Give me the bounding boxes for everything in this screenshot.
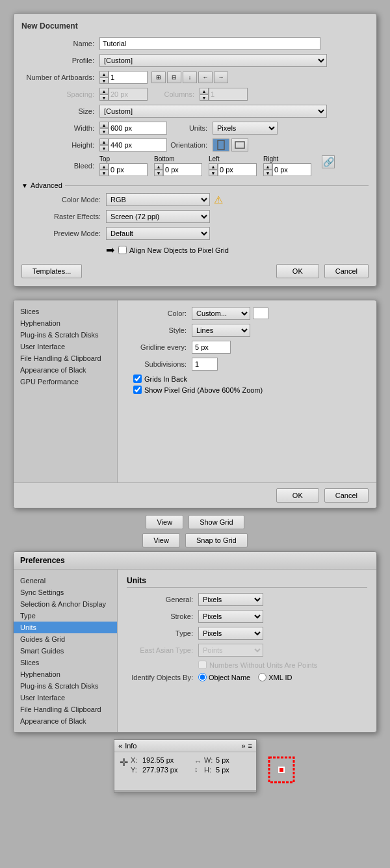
height-up-btn[interactable]: ▲ (99, 138, 109, 145)
type-units-select[interactable]: Pixels (198, 627, 263, 640)
no-units-checkbox[interactable] (198, 661, 207, 669)
columns-input[interactable] (209, 88, 248, 101)
sidebar-item-appearance[interactable]: Appearance of Black (14, 364, 117, 376)
grid-style-select[interactable]: Lines (192, 324, 250, 337)
portrait-btn[interactable] (213, 138, 229, 151)
chevron-right-icon[interactable]: » (241, 742, 245, 750)
bleed-bottom-input[interactable] (163, 163, 202, 176)
pref-sidebar-smart-guides[interactable]: Smart Guides (14, 645, 117, 657)
grid-pref-footer: OK Cancel (14, 482, 376, 508)
sidebar-item-file-handling[interactable]: File Handling & Clipboard (14, 352, 117, 364)
columns-up-btn[interactable]: ▲ (200, 88, 209, 94)
align-checkbox[interactable] (118, 246, 127, 254)
height-down-btn[interactable]: ▼ (99, 145, 109, 151)
units-select[interactable]: Pixels (213, 122, 278, 135)
ok-button[interactable]: OK (276, 264, 319, 278)
templates-button[interactable]: Templates... (21, 264, 82, 278)
grid-color-swatch[interactable] (253, 308, 268, 319)
svg-rect-4 (280, 768, 283, 772)
pref-sidebar-plugins2[interactable]: Plug-ins & Scratch Disks (14, 680, 117, 692)
spacing-up-btn[interactable]: ▲ (99, 88, 109, 94)
sidebar-item-ui[interactable]: User Interface (14, 341, 117, 352)
grids-in-back-checkbox[interactable] (133, 375, 142, 383)
artboard-left-icon[interactable]: ← (198, 72, 213, 83)
artboards-up-btn[interactable]: ▲ (99, 71, 109, 77)
xml-id-option[interactable]: XML ID (258, 673, 292, 681)
east-asian-select[interactable]: Points (198, 644, 263, 657)
pref-sidebar-appearance2[interactable]: Appearance of Black (14, 715, 117, 727)
width-up-btn[interactable]: ▲ (99, 122, 109, 128)
artboards-input[interactable] (109, 71, 148, 84)
sidebar-item-plugins[interactable]: Plug-ins & Scratch Disks (14, 329, 117, 341)
bleed-link-icon[interactable]: 🔗 (322, 155, 335, 168)
spacing-down-btn[interactable]: ▼ (99, 94, 109, 101)
columns-down-btn[interactable]: ▼ (200, 94, 209, 101)
preview-mode-select[interactable]: Default (106, 227, 210, 240)
pref-sidebar-general[interactable]: General (14, 575, 117, 586)
chevron-left-icon[interactable]: « (118, 742, 122, 750)
name-input[interactable] (99, 37, 320, 50)
stroke-units-select[interactable]: Pixels (198, 610, 263, 623)
bleed-right-input[interactable] (272, 163, 311, 176)
info-menu-icon[interactable]: ≡ (248, 742, 252, 750)
profile-select[interactable]: [Custom] (99, 54, 327, 67)
color-mode-row: Color Mode: RGB ⚠ (21, 193, 369, 206)
object-name-radio[interactable] (198, 673, 207, 681)
advanced-triangle[interactable]: ▼ (21, 182, 28, 189)
cancel-button[interactable]: Cancel (324, 264, 369, 278)
x-row: X: 192.55 px (131, 756, 188, 764)
height-input[interactable] (109, 138, 167, 151)
width-down-btn[interactable]: ▼ (99, 128, 109, 135)
width-input[interactable] (109, 122, 167, 135)
bleed-top-down[interactable]: ▼ (99, 170, 109, 176)
raster-effects-select[interactable]: Screen (72 ppi) (106, 210, 210, 223)
pref-sidebar-file2[interactable]: File Handling & Clipboard (14, 704, 117, 715)
bleed-bottom-up[interactable]: ▲ (154, 163, 163, 170)
sidebar-item-hyphenation[interactable]: Hyphenation (14, 317, 117, 329)
artboards-stepper-btns[interactable]: ▲ ▼ (99, 71, 109, 84)
view-button-2[interactable]: View (142, 533, 180, 547)
artboard-col-icon[interactable]: ↓ (183, 72, 197, 83)
pref-sidebar-units[interactable]: Units (14, 622, 117, 633)
bleed-left-input[interactable] (218, 163, 257, 176)
color-mode-select[interactable]: RGB (106, 193, 210, 206)
pref-sidebar-hyphenation2[interactable]: Hyphenation (14, 668, 117, 680)
grid-subdivisions-input[interactable] (192, 358, 218, 371)
size-select[interactable]: [Custom] (99, 105, 327, 118)
grid-cancel-button[interactable]: Cancel (324, 488, 369, 503)
bleed-right-down[interactable]: ▼ (263, 170, 272, 176)
y-row: Y: 277.973 px (131, 766, 188, 774)
bleed-left-up[interactable]: ▲ (209, 163, 218, 170)
bleed-top-input[interactable] (109, 163, 148, 176)
grid-color-select[interactable]: Custom... (192, 307, 250, 320)
general-units-select[interactable]: Pixels (198, 593, 263, 606)
bleed-right-up[interactable]: ▲ (263, 163, 272, 170)
landscape-btn[interactable] (231, 138, 248, 151)
grid-ok-button[interactable]: OK (276, 488, 319, 503)
grids-in-back-row: Grids In Back (127, 375, 367, 383)
show-grid-button[interactable]: Show Grid (188, 515, 244, 529)
grid-gridline-input[interactable] (192, 341, 231, 354)
artboards-down-btn[interactable]: ▼ (99, 77, 109, 84)
show-pixel-checkbox[interactable] (133, 386, 142, 394)
pref-sidebar-sync[interactable]: Sync Settings (14, 586, 117, 598)
bleed-top-up[interactable]: ▲ (99, 163, 109, 170)
sidebar-item-slices[interactable]: Slices (14, 306, 117, 317)
spacing-input[interactable] (109, 88, 148, 101)
object-name-option[interactable]: Object Name (198, 673, 250, 681)
view-button-1[interactable]: View (146, 515, 183, 529)
xml-id-label: XML ID (268, 674, 292, 681)
pref-sidebar-selection[interactable]: Selection & Anchor Display (14, 598, 117, 610)
sidebar-item-gpu[interactable]: GPU Performance (14, 376, 117, 388)
pref-sidebar-guides[interactable]: Guides & Grid (14, 633, 117, 645)
bleed-left-down[interactable]: ▼ (209, 170, 218, 176)
pref-sidebar-slices2[interactable]: Slices (14, 657, 117, 668)
pref-sidebar-ui2[interactable]: User Interface (14, 692, 117, 704)
pref-sidebar-type[interactable]: Type (14, 610, 117, 622)
artboard-row-icon[interactable]: ⊟ (167, 72, 181, 83)
artboard-right-icon[interactable]: → (214, 72, 228, 83)
artboard-grid-icon[interactable]: ⊞ (151, 72, 166, 83)
bleed-bottom-down[interactable]: ▼ (154, 170, 163, 176)
xml-id-radio[interactable] (258, 673, 266, 681)
snap-grid-button[interactable]: Snap to Grid (185, 533, 248, 547)
